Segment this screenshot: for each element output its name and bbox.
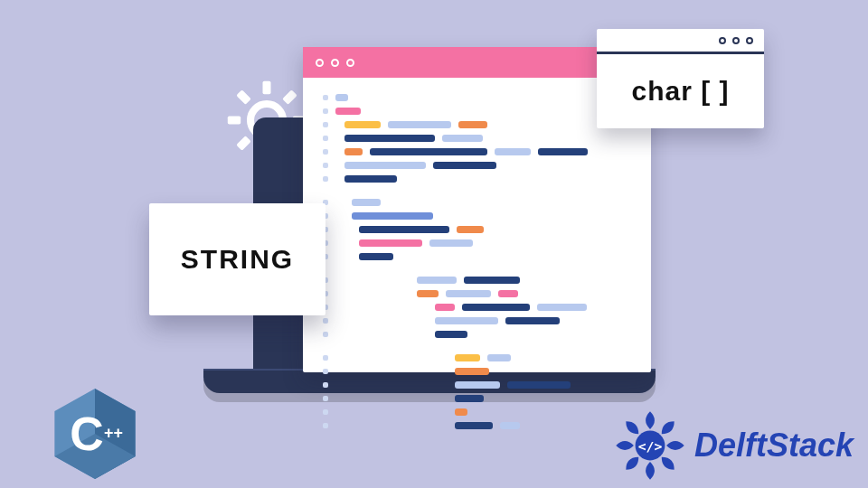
char-array-label: char [ ]: [597, 54, 764, 128]
mandala-icon: </>: [613, 408, 687, 483]
code-body: [303, 78, 651, 446]
cpp-plus: ++: [104, 424, 123, 442]
string-card: STRING: [149, 203, 326, 315]
svg-text:</>: </>: [638, 438, 663, 454]
svg-rect-3: [228, 117, 241, 125]
titlebar-dot: [346, 59, 354, 67]
card-dot: [746, 37, 753, 44]
svg-rect-1: [263, 81, 271, 94]
brand-name: DelftStack: [694, 427, 854, 465]
titlebar-dot: [316, 59, 324, 67]
titlebar-dot: [331, 59, 339, 67]
cpp-badge-icon: C ++: [50, 389, 140, 479]
delftstack-logo: </> DelftStack: [613, 408, 854, 483]
card-titlebar: [597, 29, 764, 54]
svg-rect-5: [282, 89, 297, 105]
card-dot: [732, 37, 740, 44]
cpp-letter: C: [70, 408, 103, 460]
card-dot: [719, 37, 726, 44]
svg-rect-6: [236, 136, 251, 151]
svg-rect-7: [236, 89, 251, 105]
char-array-card: char [ ]: [597, 29, 764, 128]
string-label: STRING: [181, 244, 294, 275]
